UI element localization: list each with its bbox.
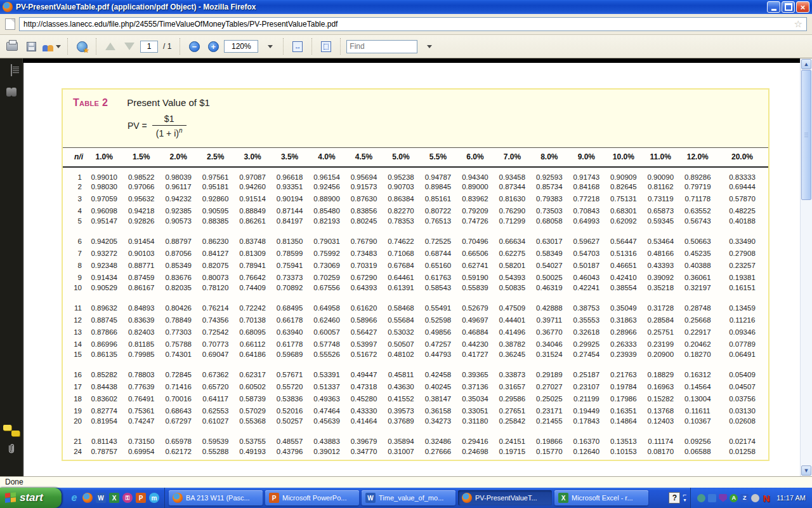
print-button[interactable] — [4, 37, 20, 55]
pv-factor-cell: 0.98030 — [86, 181, 122, 193]
vertical-scrollbar[interactable]: ▲ ▼ — [800, 58, 812, 476]
pdf-page: Table 2 Present Value of $1 PV = $1 (1 +… — [23, 63, 800, 476]
pv-factor-cell: 0.94232 — [160, 193, 197, 205]
pv-factor-cell: 0.64186 — [234, 351, 271, 369]
zoom-in-button[interactable]: + — [205, 37, 221, 55]
bookmark-star-icon[interactable]: ☆ — [794, 18, 802, 30]
firefox-icon[interactable] — [82, 493, 93, 503]
pv-factor-cell: 0.68301 — [605, 205, 642, 217]
web-convert-button[interactable] — [74, 37, 90, 55]
restore-button[interactable] — [782, 1, 795, 13]
pv-factor-cell: 0.88797 — [160, 236, 197, 248]
pv-factor-cell: 0.91454 — [122, 236, 159, 248]
update-tray-icon[interactable] — [697, 494, 705, 502]
zoom-level-select[interactable]: 120% — [224, 40, 258, 53]
pv-factor-cell: 0.74247 — [122, 417, 159, 436]
iexplore-icon[interactable]: e — [69, 493, 79, 503]
toolbar-chevron-icon[interactable]: ⌐▾ — [683, 493, 686, 503]
table-row: 100.905290.861670.820350.781200.744090.7… — [63, 284, 768, 302]
pv-factor-cell: 0.55368 — [234, 417, 271, 436]
close-button[interactable]: × — [796, 1, 809, 13]
email-button[interactable] — [42, 37, 62, 55]
excel-icon[interactable] — [109, 493, 119, 503]
fit-page-button[interactable] — [318, 37, 334, 55]
pv-factor-cell: 0.34770 — [345, 448, 382, 460]
shield-tray-icon[interactable] — [719, 494, 727, 502]
pv-factor-cell: 0.44230 — [457, 338, 494, 351]
pv-factor-cell: 0.55288 — [197, 448, 233, 460]
pv-factor-cell: 0.60502 — [234, 381, 271, 393]
table-title: Present Value of $1 — [127, 97, 210, 108]
table-row: 180.836020.764910.700160.641170.587390.5… — [63, 393, 768, 405]
pv-factor-cell: 0.87630 — [345, 193, 382, 205]
firefox-window: PV-PresentValueTable.pdf (application/pd… — [0, 0, 812, 508]
scrollbar-thumb[interactable] — [801, 70, 811, 200]
page-number-input[interactable] — [140, 41, 158, 53]
pv-factor-cell: 0.70319 — [345, 260, 382, 272]
zoom-out-button[interactable]: − — [186, 37, 202, 55]
address-input[interactable]: http://classes.lanecc.edu/file.php/24555… — [19, 17, 807, 31]
next-page-button[interactable] — [121, 37, 138, 55]
pv-factor-cell: 0.48557 — [271, 436, 308, 448]
pv-factor-cell: 0.72525 — [419, 236, 456, 248]
novell-tray-icon[interactable] — [762, 494, 770, 502]
attachments-panel-button[interactable] — [5, 442, 18, 458]
word-icon[interactable] — [96, 493, 106, 503]
pv-factor-cell: 0.82193 — [308, 217, 345, 236]
zoom-dropdown-button[interactable] — [261, 37, 277, 55]
pv-factor-cell: 0.65160 — [419, 260, 456, 272]
pv-factor-cell: 0.36770 — [531, 326, 568, 338]
pv-factor-cell: 0.28966 — [605, 326, 642, 338]
pv-factor-cell: 0.48166 — [642, 248, 679, 260]
pv-factor-cell: 0.19784 — [605, 381, 642, 393]
pv-factor-cell: 0.06588 — [679, 448, 717, 460]
network-tray-icon[interactable] — [708, 494, 716, 502]
pv-factor-cell: 0.90529 — [86, 284, 122, 302]
pv-factor-cell: 0.37689 — [383, 417, 419, 436]
period-cell: 16 — [63, 369, 86, 381]
taskbar-button[interactable]: Time_value_of_mo... — [362, 490, 455, 505]
pv-factor-cell: 0.58739 — [234, 393, 271, 405]
pv-factor-cell: 0.67290 — [345, 272, 382, 284]
pv-factor-cell: 0.75788 — [160, 338, 197, 351]
antivirus-tray-icon[interactable] — [730, 494, 738, 502]
pv-factor-cell: 0.99010 — [86, 167, 122, 181]
pv-factor-cell: 0.58349 — [531, 248, 568, 260]
pv-factor-cell: 0.76642 — [234, 272, 271, 284]
find-box[interactable] — [346, 40, 417, 53]
minimize-button[interactable] — [767, 1, 780, 13]
save-button[interactable] — [23, 37, 39, 55]
taskbar-button[interactable]: Microsoft PowerPo... — [265, 490, 359, 505]
volume-tray-icon[interactable] — [751, 494, 759, 502]
pv-factor-cell: 0.86135 — [86, 351, 122, 369]
rate-column-header: 7.0% — [494, 148, 530, 167]
find-input[interactable] — [350, 42, 414, 51]
scroll-down-button[interactable]: ▼ — [801, 465, 811, 476]
pages-panel-button[interactable] — [11, 65, 12, 76]
help-icon[interactable]: ? — [669, 492, 680, 504]
pv-factor-cell: 0.58468 — [383, 302, 419, 314]
fit-width-button[interactable]: ↔ — [289, 37, 306, 55]
pv-factor-cell: 0.90194 — [271, 193, 308, 205]
pv-factor-cell: 0.89845 — [419, 181, 456, 193]
zonealarm-tray-icon[interactable] — [740, 494, 749, 502]
pv-factor-cell: 0.83962 — [457, 193, 494, 205]
table-row: 160.852820.788030.728450.673620.623170.5… — [63, 369, 768, 381]
pv-factor-cell: 0.74726 — [457, 217, 494, 236]
pv-factor-cell: 0.93458 — [494, 167, 530, 181]
pv-factor-cell: 0.91743 — [568, 167, 605, 181]
find-dropdown-button[interactable] — [420, 37, 436, 55]
taskbar-button[interactable]: BA 213 W11 (Pasc... — [169, 490, 263, 505]
taskbar-button[interactable]: Microsoft Excel - r... — [554, 490, 648, 505]
table-row: 40.960980.942180.923850.905950.888490.87… — [63, 205, 768, 217]
scroll-up-button[interactable]: ▲ — [801, 59, 811, 69]
access-icon[interactable] — [122, 493, 133, 503]
zoom-level-value: 120% — [232, 42, 251, 51]
start-button[interactable]: start — [0, 488, 62, 508]
pv-factor-cell: 0.98522 — [122, 167, 159, 181]
taskbar-button[interactable]: PV-PresentValueT... — [458, 490, 552, 505]
powerpoint-icon[interactable] — [136, 493, 146, 503]
toolbar-separator — [283, 38, 284, 55]
msn-icon[interactable] — [149, 493, 159, 503]
previous-page-button[interactable] — [102, 37, 119, 55]
